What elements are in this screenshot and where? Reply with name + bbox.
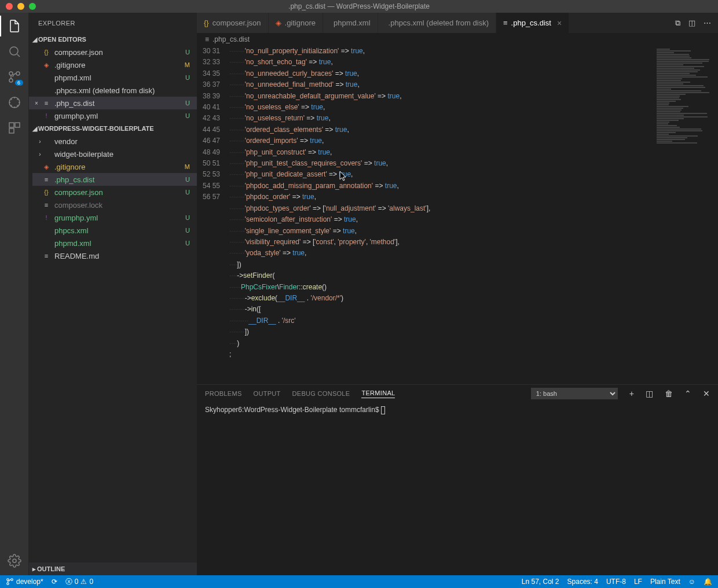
file-tree-item[interactable]: ≡composer.lock (32, 199, 197, 211)
svg-point-9 (11, 579, 13, 581)
terminal-content[interactable]: Skyhopper6:WordPress-Widget-Boilerplate … (197, 402, 718, 575)
svg-point-11 (7, 579, 9, 581)
terminal-prompt: Skyhopper6:WordPress-Widget-Boilerplate … (205, 406, 381, 414)
file-status: U (185, 189, 192, 196)
scm-icon[interactable]: 6 (7, 69, 22, 84)
new-terminal-icon[interactable]: + (629, 389, 634, 398)
close-icon[interactable]: × (557, 19, 562, 28)
panel-tab-terminal[interactable]: TERMINAL (361, 389, 395, 398)
search-icon[interactable] (7, 44, 22, 59)
terminal-select[interactable]: 1: bash (531, 388, 618, 399)
close-panel-icon[interactable]: ✕ (703, 389, 710, 398)
file-tree-item[interactable]: ◈.gitignoreM (32, 160, 197, 173)
file-status: U (185, 214, 192, 221)
open-editor-item[interactable]: !grumphp.ymlU (29, 109, 197, 122)
debug-icon[interactable] (7, 95, 22, 110)
editor-tab[interactable]: {}composer.json (197, 13, 269, 33)
activity-bar: 6 (0, 13, 29, 575)
encoding-indicator[interactable]: UTF-8 (606, 578, 626, 586)
tab-label: .phpcs.xml (deleted from disk) (389, 19, 489, 27)
file-label: .gitignore (54, 163, 185, 171)
maximize-panel-icon[interactable]: ⌃ (684, 389, 691, 398)
sync-button[interactable]: ⟳ (52, 578, 57, 586)
svg-rect-6 (15, 123, 20, 127)
window-minimize-button[interactable] (17, 3, 24, 10)
settings-icon[interactable] (7, 553, 22, 568)
file-icon: {} (42, 49, 51, 56)
file-tree-item[interactable]: ≡.php_cs.distU (32, 173, 197, 186)
file-status: U (185, 112, 192, 119)
svg-rect-7 (9, 128, 14, 133)
chevron-down-icon: ◢ (32, 125, 37, 133)
more-icon[interactable]: ⋯ (704, 19, 711, 27)
compare-icon[interactable]: ⧉ (675, 19, 680, 28)
cursor-position[interactable]: Ln 57, Col 2 (522, 578, 559, 586)
editor-tab[interactable]: ≡.php_cs.dist× (496, 13, 569, 33)
chevron-icon: › (36, 151, 44, 157)
file-label: grumphp.yml (54, 214, 185, 222)
file-icon: {} (42, 189, 51, 196)
sidebar-title: EXPLORER (29, 13, 197, 33)
window-maximize-button[interactable] (29, 3, 36, 10)
svg-point-1 (16, 72, 20, 75)
project-header[interactable]: ◢WORDPRESS-WIDGET-BOILERPLATE (29, 122, 197, 135)
window-close-button[interactable] (6, 3, 13, 10)
tab-label: .gitignore (285, 19, 316, 27)
file-tree-item[interactable]: phpmd.xmlU (32, 237, 197, 249)
chevron-icon: › (36, 138, 44, 145)
editor-tab[interactable]: phpmd.xml (323, 13, 378, 33)
open-editor-item[interactable]: ◈.gitignoreM (29, 58, 197, 71)
tab-label: .php_cs.dist (511, 19, 551, 27)
open-editor-item[interactable]: ×≡.php_cs.distU (29, 97, 197, 109)
window-title: .php_cs.dist — WordPress-Widget-Boilerpl… (288, 2, 430, 10)
svg-point-3 (9, 72, 13, 75)
feedback-icon[interactable]: ☺ (688, 578, 695, 586)
editor-tab[interactable]: ◈.gitignore (269, 13, 323, 33)
file-tree-item[interactable]: phpcs.xmlU (32, 224, 197, 237)
file-icon: ◈ (276, 19, 281, 27)
svg-point-4 (9, 97, 20, 108)
project-label: WORDPRESS-WIDGET-BOILERPLATE (38, 125, 154, 132)
file-icon: ! (42, 214, 51, 221)
file-tree-item[interactable]: ›vendor (32, 135, 197, 148)
code-content[interactable]: ········'no_null_property_initialization… (229, 46, 654, 384)
file-tree-item[interactable]: {}composer.jsonU (32, 186, 197, 199)
status-bar: develop* ⟳ ⓧ 0 ⚠ 0 Ln 57, Col 2 Spaces: … (0, 575, 718, 588)
eol-indicator[interactable]: LF (634, 578, 642, 586)
editor-tab[interactable]: .phpcs.xml (deleted from disk) (378, 13, 496, 33)
file-tree-item[interactable]: ≡README.md (32, 249, 197, 262)
panel-tab-problems[interactable]: PROBLEMS (205, 390, 242, 397)
split-editor-icon[interactable]: ◫ (688, 19, 695, 27)
open-editor-item[interactable]: {}composer.jsonU (29, 46, 197, 58)
panel-tab-output[interactable]: OUTPUT (254, 390, 281, 397)
file-label: README.md (54, 252, 190, 260)
outline-header[interactable]: ▸OUTLINE (29, 563, 197, 575)
kill-terminal-icon[interactable]: 🗑 (665, 389, 673, 398)
open-editor-item[interactable]: .phpcs.xml (deleted from disk) (29, 84, 197, 97)
open-editors-header[interactable]: ◢OPEN EDITORS (29, 33, 197, 46)
split-terminal-icon[interactable]: ◫ (646, 389, 653, 398)
language-indicator[interactable]: Plain Text (650, 578, 680, 586)
file-status: M (185, 61, 192, 68)
file-icon: ≡ (42, 252, 51, 259)
notifications-icon[interactable]: 🔔 (704, 578, 712, 586)
open-editor-item[interactable]: phpmd.xmlU (29, 71, 197, 84)
sidebar: EXPLORER ◢OPEN EDITORS {}composer.jsonU◈… (29, 13, 197, 575)
extensions-icon[interactable] (7, 120, 22, 135)
file-label: .phpcs.xml (deleted from disk) (54, 86, 190, 95)
breadcrumb[interactable]: ≡.php_cs.dist (197, 33, 718, 46)
close-icon[interactable]: × (32, 100, 41, 106)
branch-indicator[interactable]: develop* (6, 578, 43, 586)
spaces-indicator[interactable]: Spaces: 4 (567, 578, 598, 586)
file-label: .php_cs.dist (54, 99, 185, 108)
file-tree-item[interactable]: !grumphp.ymlU (32, 211, 197, 224)
errors-indicator[interactable]: ⓧ 0 ⚠ 0 (65, 577, 93, 587)
file-label: widget-boilerplate (54, 150, 190, 159)
file-icon: ◈ (42, 61, 51, 69)
file-icon: {} (204, 19, 209, 27)
file-tree-item[interactable]: ›widget-boilerplate (32, 148, 197, 160)
panel-tab-debug-console[interactable]: DEBUG CONSOLE (292, 390, 350, 397)
explorer-icon[interactable] (7, 19, 22, 34)
file-icon: ◈ (42, 163, 51, 171)
minimap[interactable] (654, 46, 718, 384)
